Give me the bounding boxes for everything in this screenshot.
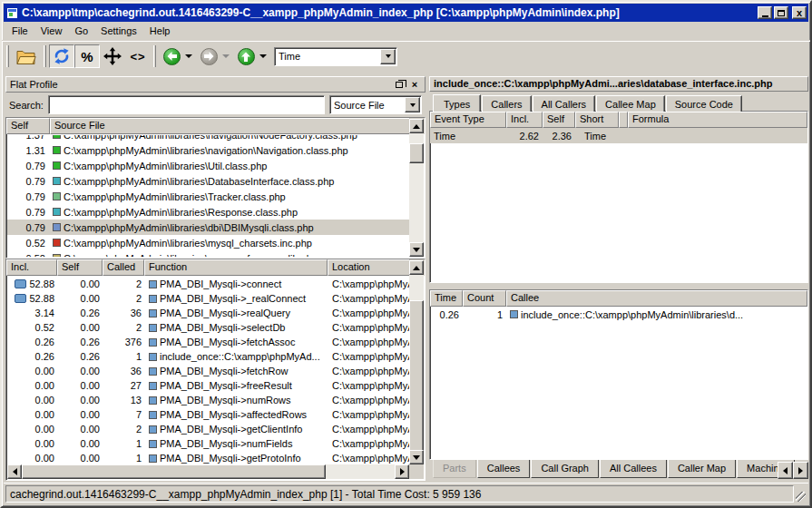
open-file-button[interactable] <box>12 44 41 68</box>
up-dropdown-arrow[interactable] <box>259 54 267 58</box>
file-row[interactable]: 1.31 C:\xampp\phpMyAdmin\libraries\navig… <box>7 142 409 158</box>
details-tab[interactable]: Callee Map <box>596 95 665 112</box>
column-header[interactable]: Called <box>103 259 144 276</box>
function-row[interactable]: 0.00 0.00 7 PMA_DBI_Mysqli->affectedRows… <box>7 407 409 422</box>
scrollbar-thumb[interactable] <box>409 300 424 453</box>
cycle-detection-button[interactable] <box>49 44 74 68</box>
expand-areas-button[interactable] <box>100 44 125 68</box>
file-row[interactable]: 0.79 C:\xampp\phpMyAdmin\libraries\dbi\D… <box>7 220 409 235</box>
scroll-up-button[interactable] <box>409 119 424 133</box>
grouping-select[interactable]: Source File <box>329 95 422 114</box>
details-splitter[interactable] <box>429 283 808 289</box>
details-tab[interactable]: All Callers <box>533 95 596 112</box>
column-header[interactable]: Function <box>144 259 328 276</box>
function-row[interactable]: 0.00 0.00 27 PMA_DBI_Mysqli->freeResult … <box>7 378 409 393</box>
up-button[interactable] <box>233 44 259 68</box>
function-location: C:\xampp\phpMyA <box>328 308 409 318</box>
menu-item[interactable]: Go <box>68 23 94 39</box>
function-row[interactable]: 0.00 0.00 1 PMA_DBI_Mysqli->getProtoInfo… <box>7 451 409 464</box>
function-row[interactable]: 0.52 0.00 2 PMA_DBI_Mysqli->selectDb C:\… <box>7 320 409 335</box>
column-header[interactable]: Time <box>430 290 463 307</box>
function-row[interactable]: 52.88 0.00 2 PMA_DBI_Mysqli->_realConnec… <box>7 291 409 306</box>
column-header[interactable]: Source File <box>50 118 410 134</box>
event-type-select[interactable]: Time <box>274 47 397 66</box>
function-row[interactable]: 52.88 0.00 2 PMA_DBI_Mysqli->connect C:\… <box>7 277 409 291</box>
scrollbar-thumb[interactable] <box>409 143 424 163</box>
menu-item[interactable]: Help <box>143 23 177 39</box>
details-tab[interactable]: Types <box>433 94 481 112</box>
grouping-dropdown-button[interactable] <box>405 97 420 112</box>
file-row[interactable]: 1.37 C:\xampp\phpMyAdmin\libraries\navig… <box>7 135 409 142</box>
details-bottom-tab[interactable]: All Callees <box>600 460 667 478</box>
function-row[interactable]: 0.00 0.00 13 PMA_DBI_Mysqli->numRows C:\… <box>7 393 409 407</box>
dock-close-button[interactable]: × <box>408 79 421 91</box>
column-header[interactable]: Location <box>328 259 410 276</box>
details-bottom-tab[interactable]: Callees <box>477 460 531 478</box>
menu-item[interactable]: File <box>5 23 34 39</box>
scroll-down-button[interactable] <box>409 450 424 464</box>
back-dropdown-arrow[interactable] <box>185 54 192 58</box>
close-button[interactable]: x <box>792 6 807 19</box>
file-row[interactable]: 0.79 C:\xampp\phpMyAdmin\libraries\Datab… <box>7 173 409 189</box>
function-row[interactable]: 0.00 0.00 2 PMA_DBI_Mysqli->getClientInf… <box>7 422 409 436</box>
event-type-dropdown-button[interactable] <box>380 49 396 64</box>
column-header[interactable]: Incl. <box>506 112 543 128</box>
function-table-hscrollbar[interactable] <box>7 464 409 479</box>
scroll-right-button[interactable] <box>395 464 409 479</box>
forward-dropdown-arrow[interactable] <box>222 54 230 58</box>
function-row[interactable]: 0.00 0.00 36 PMA_DBI_Mysqli->fetchRow C:… <box>7 364 409 378</box>
file-row[interactable]: 0.79 C:\xampp\phpMyAdmin\libraries\Respo… <box>7 204 409 220</box>
function-name: PMA_DBI_Mysqli->connect <box>160 278 281 289</box>
column-header[interactable]: Callee <box>506 290 807 307</box>
function-table-vscrollbar[interactable] <box>409 260 424 464</box>
details-tab[interactable]: Callers <box>482 95 531 112</box>
event-type-row[interactable]: Time 2.62 2.36 Time <box>430 128 807 143</box>
file-row[interactable]: 0.79 C:\xampp\phpMyAdmin\libraries\Track… <box>7 189 409 204</box>
column-header[interactable]: Self <box>6 118 50 134</box>
column-header[interactable]: Incl. <box>6 259 57 276</box>
column-header[interactable]: Formula <box>628 112 807 128</box>
callee-row[interactable]: 0.26 1 include_once::C:\xampp\phpMyAdmin… <box>430 307 807 322</box>
resize-grip[interactable] <box>794 485 807 503</box>
menu-item[interactable]: Settings <box>94 23 143 39</box>
scroll-left-button[interactable] <box>7 464 22 479</box>
shorten-templates-button[interactable]: <> <box>125 44 151 68</box>
function-row[interactable]: 0.26 0.26 376 PMA_DBI_Mysqli->fetchAssoc… <box>7 335 409 349</box>
column-header[interactable] <box>619 112 628 128</box>
search-input[interactable] <box>48 95 325 114</box>
function-row[interactable]: 0.26 0.26 1 include_once::C:\xampp\phpMy… <box>7 349 409 364</box>
details-tab[interactable]: Source Code <box>666 95 742 112</box>
file-row[interactable]: 0.52 C:\xampp\phpMyAdmin\libraries\mysql… <box>7 235 409 250</box>
column-header[interactable]: Event Type <box>430 112 506 128</box>
search-label: Search: <box>9 100 44 111</box>
forward-button[interactable] <box>196 44 221 68</box>
column-header[interactable]: Short <box>575 112 619 128</box>
toolbar-handle[interactable] <box>6 45 9 67</box>
details-bottom-tab[interactable]: Call Graph <box>531 460 599 478</box>
dock-float-button[interactable] <box>393 79 406 91</box>
details-bottom-tab[interactable]: Caller Map <box>668 460 736 478</box>
menu-item[interactable]: View <box>34 23 69 39</box>
float-icon <box>396 82 403 88</box>
relative-cost-button[interactable]: % <box>74 44 100 68</box>
column-header[interactable]: Self <box>57 259 103 276</box>
back-button[interactable] <box>159 44 184 68</box>
function-row[interactable]: 3.14 0.26 36 PMA_DBI_Mysqli->realQuery C… <box>7 306 409 320</box>
toolbar-handle[interactable] <box>153 45 156 67</box>
maximize-button[interactable] <box>774 6 788 19</box>
arrow-left-icon <box>13 468 17 475</box>
file-list-scrollbar[interactable] <box>409 119 424 257</box>
file-row[interactable]: 0.52 C:\xampp\phpMyAdmin\libraries\user_… <box>7 250 409 257</box>
function-row[interactable]: 0.00 0.00 1 PMA_DBI_Mysqli->numFields C:… <box>7 436 409 451</box>
file-row[interactable]: 0.79 C:\xampp\phpMyAdmin\libraries\Util.… <box>7 158 409 173</box>
scrollbar-thumb[interactable] <box>22 464 326 479</box>
details-bottom-tab[interactable]: Parts <box>433 460 476 478</box>
scroll-up-button[interactable] <box>409 260 424 275</box>
toolbar-handle[interactable] <box>44 45 46 67</box>
column-header[interactable]: Self <box>543 112 575 128</box>
tab-scroll-right-button[interactable] <box>793 462 808 479</box>
scroll-down-button[interactable] <box>409 242 424 257</box>
tab-scroll-left-button[interactable] <box>778 462 793 479</box>
minimize-button[interactable] <box>758 6 772 19</box>
column-header[interactable]: Count <box>463 290 506 307</box>
